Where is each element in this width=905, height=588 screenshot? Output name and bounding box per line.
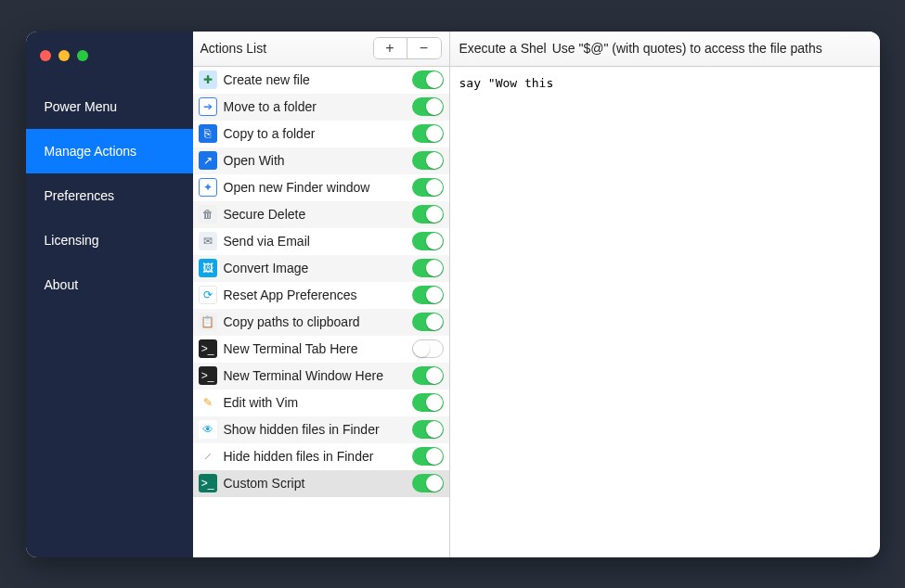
toggle-knob xyxy=(426,71,443,88)
action-row[interactable]: 👁Show hidden files in Finder xyxy=(193,416,449,443)
action-toggle[interactable] xyxy=(412,420,444,439)
action-label: Show hidden files in Finder xyxy=(224,422,412,437)
eye-off-icon: ⟋ xyxy=(199,447,217,466)
detail-title: Execute a Shel xyxy=(459,41,547,56)
action-label: New Terminal Window Here xyxy=(224,368,412,383)
action-toggle[interactable] xyxy=(412,313,444,331)
action-label: Custom Script xyxy=(224,476,412,491)
action-toggle[interactable] xyxy=(412,474,444,492)
toggle-knob xyxy=(426,206,443,223)
toggle-knob xyxy=(426,367,443,384)
action-row[interactable]: ✦Open new Finder window xyxy=(193,174,449,201)
actions-list-title: Actions List xyxy=(200,41,267,56)
sidebar-item-label: Preferences xyxy=(45,188,114,203)
add-action-button[interactable]: + xyxy=(374,38,407,58)
action-toggle[interactable] xyxy=(412,366,444,385)
sidebar-item-about[interactable]: About xyxy=(26,262,193,307)
action-row[interactable]: 📋Copy paths to clipboard xyxy=(193,309,449,336)
action-row[interactable]: ✉Send via Email xyxy=(193,228,449,255)
action-label: Move to a folder xyxy=(224,99,412,114)
action-label: Edit with Vim xyxy=(224,395,412,410)
action-row[interactable]: 🖼Convert Image xyxy=(193,255,449,282)
action-toggle[interactable] xyxy=(412,393,444,412)
action-toggle[interactable] xyxy=(412,259,444,277)
actions-list-buttons: + − xyxy=(373,37,442,59)
action-row[interactable]: ⎘Copy to a folder xyxy=(193,121,449,147)
sidebar-item-power-menu[interactable]: Power Menu xyxy=(26,84,193,129)
detail-header: Execute a Shel Use "$@" (with quotes) to… xyxy=(450,32,880,67)
minimize-window-button[interactable] xyxy=(58,50,70,61)
toggle-knob xyxy=(426,98,443,115)
sidebar-item-label: Power Menu xyxy=(45,99,118,114)
action-row[interactable]: >_New Terminal Tab Here xyxy=(193,336,449,363)
toggle-knob xyxy=(426,313,443,330)
action-row[interactable]: ↗Open With xyxy=(193,147,449,174)
zoom-window-button[interactable] xyxy=(77,50,88,61)
action-label: Copy to a folder xyxy=(224,126,412,141)
action-label: Open With xyxy=(224,153,412,168)
actions-list-pane: Actions List + − ✚Create new file➔Move t… xyxy=(193,32,450,557)
mail-icon: ✉ xyxy=(199,232,217,250)
action-toggle[interactable] xyxy=(412,286,444,304)
action-toggle[interactable] xyxy=(412,151,444,170)
toggle-knob xyxy=(426,233,443,249)
sidebar-item-preferences[interactable]: Preferences xyxy=(26,173,193,218)
remove-action-button[interactable]: − xyxy=(407,38,441,58)
toggle-knob xyxy=(426,394,443,411)
action-toggle[interactable] xyxy=(412,339,444,358)
actions-list: ✚Create new file➔Move to a folder⎘Copy t… xyxy=(193,67,449,557)
action-toggle[interactable] xyxy=(412,70,444,89)
open-with-icon: ↗ xyxy=(199,151,217,170)
action-label: Reset App Preferences xyxy=(224,288,412,302)
action-row[interactable]: >_New Terminal Window Here xyxy=(193,363,449,390)
terminal-icon: >_ xyxy=(199,339,217,358)
toggle-knob xyxy=(426,260,443,276)
action-label: New Terminal Tab Here xyxy=(224,341,412,356)
sidebar: Power MenuManage ActionsPreferencesLicen… xyxy=(26,32,193,557)
toggle-knob xyxy=(426,125,443,142)
action-label: Convert Image xyxy=(224,261,412,275)
action-label: Open new Finder window xyxy=(224,180,412,195)
close-window-button[interactable] xyxy=(40,50,51,61)
app-window: Power MenuManage ActionsPreferencesLicen… xyxy=(26,32,880,557)
action-label: Secure Delete xyxy=(224,207,412,222)
action-toggle[interactable] xyxy=(412,97,444,116)
script-icon: >_ xyxy=(199,474,217,492)
action-row[interactable]: ⟋Hide hidden files in Finder xyxy=(193,443,449,470)
toggle-knob xyxy=(426,287,443,303)
action-toggle[interactable] xyxy=(412,178,444,197)
sidebar-item-licensing[interactable]: Licensing xyxy=(26,218,193,262)
action-toggle[interactable] xyxy=(412,447,444,466)
window-controls xyxy=(26,50,193,61)
sidebar-item-label: Manage Actions xyxy=(45,144,137,159)
detail-hint: Use "$@" (with quotes) to access the fil… xyxy=(552,41,822,56)
action-row[interactable]: ✎Edit with Vim xyxy=(193,390,449,416)
script-editor[interactable]: say "Wow this xyxy=(450,67,880,557)
trash-icon: 🗑 xyxy=(199,205,217,224)
move-folder-icon: ➔ xyxy=(199,97,217,116)
action-toggle[interactable] xyxy=(412,124,444,143)
action-toggle[interactable] xyxy=(412,232,444,250)
action-row[interactable]: ⟳Reset App Preferences xyxy=(193,282,449,309)
action-label: Send via Email xyxy=(224,234,412,249)
clipboard-icon: 📋 xyxy=(199,313,217,331)
copy-folder-icon: ⎘ xyxy=(199,124,217,143)
sidebar-item-label: About xyxy=(45,277,79,292)
reset-icon: ⟳ xyxy=(199,286,217,304)
toggle-knob xyxy=(426,152,443,169)
toggle-knob xyxy=(426,179,443,196)
action-label: Hide hidden files in Finder xyxy=(224,449,412,464)
action-row[interactable]: >_Custom Script xyxy=(193,470,449,497)
action-label: Create new file xyxy=(224,72,412,87)
action-toggle[interactable] xyxy=(412,205,444,224)
document-add-icon: ✚ xyxy=(199,70,217,89)
image-convert-icon: 🖼 xyxy=(199,259,217,277)
toggle-knob xyxy=(413,340,430,357)
sidebar-item-manage-actions[interactable]: Manage Actions xyxy=(26,129,193,173)
action-row[interactable]: 🗑Secure Delete xyxy=(193,201,449,228)
finder-window-icon: ✦ xyxy=(199,178,217,197)
action-row[interactable]: ➔Move to a folder xyxy=(193,94,449,121)
minus-icon: − xyxy=(420,40,428,57)
detail-pane: Execute a Shel Use "$@" (with quotes) to… xyxy=(450,32,880,557)
action-row[interactable]: ✚Create new file xyxy=(193,67,449,94)
